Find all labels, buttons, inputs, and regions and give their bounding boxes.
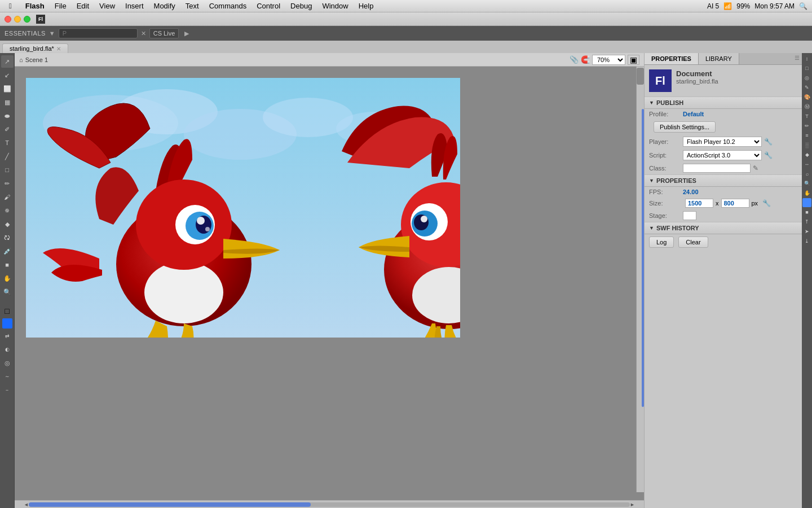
right-tool-10[interactable]: ░ (802, 141, 811, 150)
brush-tool[interactable]: 🖌 (1, 191, 14, 203)
right-tool-6[interactable]: Ⓜ (802, 102, 811, 111)
zoom-select[interactable]: 70% 50% 100% (592, 55, 625, 65)
vertical-scrollbar[interactable] (636, 67, 644, 492)
publish-settings-button[interactable]: Publish Settings... (654, 121, 716, 133)
menu-help[interactable]: Help (354, 1, 378, 11)
fill-color[interactable] (2, 318, 12, 329)
home-icon[interactable]: ⌂ (19, 56, 23, 63)
menu-edit[interactable]: Edit (72, 1, 94, 11)
properties-tab[interactable]: PROPERTIES (645, 53, 699, 64)
right-tool-4[interactable]: ✎ (802, 83, 811, 92)
cs-live-button[interactable]: CS Live (149, 28, 179, 38)
eyedropper-tool[interactable]: 💉 (1, 245, 14, 257)
right-tool-15[interactable]: ✋ (802, 189, 811, 198)
right-tool-3[interactable]: ◎ (802, 73, 811, 82)
right-tool-8[interactable]: ✏ (802, 121, 811, 130)
right-tool-12[interactable]: ↔ (802, 160, 811, 169)
right-tool-9[interactable]: ≡ (802, 131, 811, 140)
right-tool-2[interactable]: □ (802, 64, 811, 73)
right-tool-16[interactable] (802, 198, 811, 207)
paint-bucket-tool[interactable]: 🗘 (1, 231, 14, 244)
size-edit-icon[interactable]: 🔧 (762, 199, 771, 207)
properties-section-header[interactable]: ▼ PROPERTIES (645, 174, 802, 187)
window-controls[interactable] (5, 16, 30, 23)
menu-view[interactable]: View (95, 1, 120, 11)
script-select[interactable]: ActionScript 3.0 ActionScript 2.0 (683, 150, 762, 160)
hand-tool[interactable]: ✋ (1, 272, 14, 284)
publish-section-header[interactable]: ▼ PUBLISH (645, 97, 802, 109)
right-tool-18[interactable]: ⤒ (802, 217, 811, 226)
stage-container[interactable] (15, 67, 644, 500)
height-input[interactable] (721, 199, 749, 208)
maximize-button[interactable] (24, 16, 30, 23)
library-tab[interactable]: LIBRARY (699, 53, 739, 64)
bone-tool[interactable]: ◆ (1, 218, 14, 230)
lasso-tool[interactable]: ⬬ (1, 110, 14, 122)
dropdown-arrow-icon[interactable]: ▼ (49, 30, 55, 37)
minimize-button[interactable] (14, 16, 21, 23)
menu-control[interactable]: Control (252, 1, 285, 11)
stroke-color[interactable]: □ (1, 305, 14, 317)
stage-color-picker[interactable] (683, 211, 696, 220)
swap-colors-icon[interactable]: ⇄ (1, 330, 14, 342)
pencil-tool[interactable]: ✏ (1, 177, 14, 190)
menu-text[interactable]: Text (181, 1, 204, 11)
right-tool-17[interactable]: ■ (802, 208, 811, 217)
menu-file[interactable]: File (50, 1, 71, 11)
player-settings-icon[interactable]: 🔧 (764, 138, 773, 146)
snap-to-objects[interactable]: ◎ (1, 357, 14, 369)
menu-window[interactable]: Window (317, 1, 352, 11)
right-tool-19[interactable]: ➤ (802, 227, 811, 236)
menu-modify[interactable]: Modify (149, 1, 180, 11)
text-tool[interactable]: T (1, 137, 14, 149)
selection-tool[interactable]: ↗ (1, 55, 14, 68)
swf-history-header[interactable]: ▼ SWF HISTORY (645, 222, 802, 234)
right-tool-1[interactable]: ↕ (802, 54, 811, 63)
file-tab[interactable]: starling_bird.fla* ✕ (2, 43, 68, 53)
right-tool-14[interactable]: 🔍 (802, 179, 811, 188)
search-icon[interactable]: 🔍 (799, 2, 807, 10)
right-tool-7[interactable]: T (802, 112, 811, 121)
search-clear-icon[interactable]: ✕ (141, 30, 146, 37)
fps-value[interactable]: 24.00 (683, 189, 699, 195)
menu-commands[interactable]: Commands (205, 1, 251, 11)
zoom-fit-button[interactable]: ▣ (628, 55, 639, 65)
panel-menu-icon[interactable]: ☰ (792, 53, 802, 64)
clear-button[interactable]: Clear (678, 237, 708, 248)
close-button[interactable] (5, 16, 11, 23)
right-tool-20[interactable]: ⤓ (802, 237, 811, 246)
zoom-tool[interactable]: 🔍 (1, 286, 14, 298)
width-input[interactable] (685, 199, 713, 208)
line-tool[interactable]: ╱ (1, 150, 14, 163)
expand-icon[interactable]: ▶ (184, 30, 189, 37)
menu-flash[interactable]: Flash (21, 1, 49, 11)
scroll-right-arrow[interactable]: ► (630, 502, 635, 507)
script-settings-icon[interactable]: 🔧 (764, 151, 773, 159)
reset-colors-icon[interactable]: ◐ (1, 343, 14, 356)
menu-debug[interactable]: Debug (286, 1, 316, 11)
gradient-tool[interactable]: ▦ (1, 96, 14, 108)
eraser-tool[interactable]: ■ (1, 259, 14, 271)
apple-menu[interactable]:  (5, 1, 16, 11)
menu-insert[interactable]: Insert (121, 1, 148, 11)
scroll-left-arrow[interactable]: ◄ (24, 502, 29, 507)
right-tool-11[interactable]: ◆ (802, 150, 811, 159)
log-button[interactable]: Log (649, 237, 674, 248)
player-select[interactable]: Flash Player 10.2 Flash Player 11 (683, 137, 762, 147)
tab-close-icon[interactable]: ✕ (56, 46, 61, 52)
free-transform-tool[interactable]: ⬜ (1, 82, 14, 95)
class-input[interactable] (683, 164, 751, 173)
right-tool-13[interactable]: ⌕ (802, 169, 811, 178)
magnet-icon[interactable]: 🧲 (581, 55, 590, 64)
pen-tool[interactable]: ✐ (1, 123, 14, 135)
profile-value[interactable]: Default (683, 111, 704, 117)
straighten-icon[interactable]: − (1, 384, 14, 396)
right-tool-5[interactable]: 🎨 (802, 93, 811, 102)
class-edit-icon[interactable]: ✎ (753, 164, 758, 172)
search-input[interactable] (59, 28, 138, 38)
horizontal-scrollbar[interactable]: ◄ ► (15, 500, 644, 508)
rect-tool[interactable]: □ (1, 164, 14, 176)
subselection-tool[interactable]: ↙ (1, 69, 14, 81)
deco-tool[interactable]: ✵ (1, 204, 14, 217)
smooth-icon[interactable]: ∼ (1, 370, 14, 383)
